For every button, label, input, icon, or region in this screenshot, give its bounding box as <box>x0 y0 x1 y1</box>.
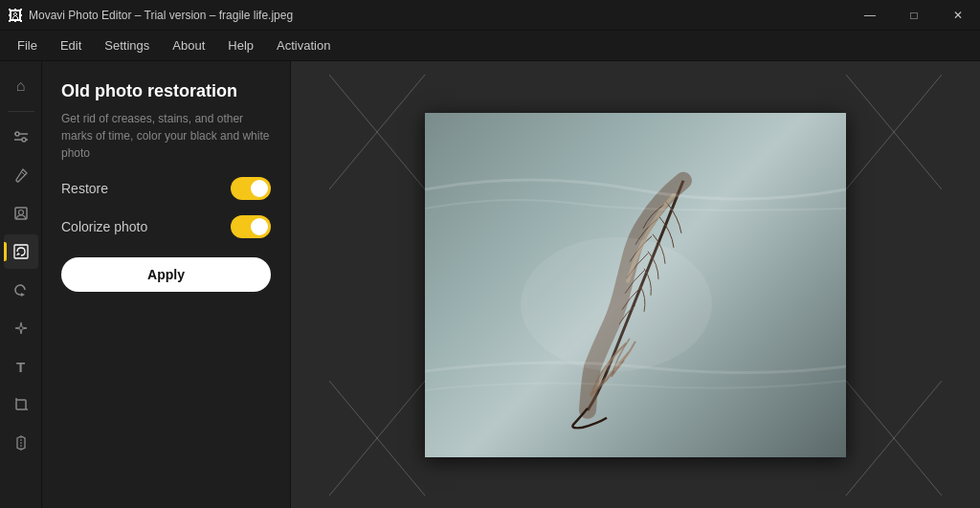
svg-point-3 <box>22 138 26 142</box>
svg-point-24 <box>521 237 712 371</box>
window-title: Movavi Photo Editor – Trial version – fr… <box>29 9 293 22</box>
sidebar-item-rotate[interactable] <box>4 273 38 307</box>
svg-rect-12 <box>16 400 26 409</box>
svg-line-22 <box>846 381 942 496</box>
restore-option: Restore <box>61 177 271 200</box>
sidebar-item-portrait[interactable] <box>4 196 38 231</box>
colorize-label: Colorize photo <box>61 219 147 234</box>
maximize-button[interactable]: □ <box>892 0 936 31</box>
apply-button[interactable]: Apply <box>61 257 271 292</box>
app-icon: 🖼 <box>8 8 23 23</box>
photo-background <box>425 113 846 457</box>
panel-description: Get rid of creases, stains, and other ma… <box>61 110 271 162</box>
svg-line-23 <box>846 381 942 496</box>
window-controls: — □ ✕ <box>848 0 980 31</box>
sidebar-item-brush[interactable] <box>4 158 38 192</box>
sidebar-item-home[interactable]: ⌂ <box>4 69 38 103</box>
title-bar: 🖼 Movavi Photo Editor – Trial version – … <box>0 0 980 31</box>
menu-file[interactable]: File <box>8 34 47 56</box>
sidebar-item-text[interactable]: T <box>4 349 38 384</box>
sidebar-item-sparkle[interactable] <box>4 311 38 345</box>
svg-line-21 <box>846 75 942 189</box>
canvas-area <box>291 61 980 508</box>
svg-marker-11 <box>21 293 25 297</box>
colorize-option: Colorize photo <box>61 215 271 238</box>
menu-edit[interactable]: Edit <box>51 34 91 56</box>
icon-sidebar: ⌂ <box>0 61 42 508</box>
photo-outer <box>329 75 942 496</box>
svg-line-18 <box>329 381 425 496</box>
restore-toggle[interactable] <box>231 177 271 200</box>
menu-about[interactable]: About <box>163 34 214 56</box>
panel-title: Old photo restoration <box>61 80 271 102</box>
menu-bar: File Edit Settings About Help Activation <box>0 31 980 61</box>
colorize-toggle[interactable] <box>231 215 271 238</box>
sidebar-item-crop[interactable] <box>4 387 38 422</box>
close-button[interactable]: ✕ <box>936 0 980 31</box>
svg-marker-10 <box>16 253 20 255</box>
panel: Old photo restoration Get rid of creases… <box>42 61 291 508</box>
svg-line-20 <box>846 75 942 189</box>
svg-point-8 <box>18 210 23 215</box>
photo-reflections <box>425 113 846 457</box>
svg-rect-9 <box>14 245 28 258</box>
sidebar-item-adjustments[interactable] <box>4 120 38 154</box>
menu-activation[interactable]: Activation <box>267 34 340 56</box>
minimize-button[interactable]: — <box>848 0 892 31</box>
menu-settings[interactable]: Settings <box>95 34 159 56</box>
svg-point-0 <box>15 132 19 136</box>
sidebar-item-restore[interactable] <box>4 234 38 269</box>
menu-help[interactable]: Help <box>218 34 263 56</box>
main-layout: ⌂ <box>0 61 980 508</box>
svg-line-6 <box>21 171 25 175</box>
svg-line-19 <box>329 381 425 496</box>
sidebar-item-transform[interactable] <box>4 426 38 460</box>
restore-label: Restore <box>61 181 108 196</box>
photo-image <box>425 113 846 457</box>
divider-1 <box>8 111 34 112</box>
svg-line-17 <box>329 75 425 189</box>
svg-line-16 <box>329 75 425 189</box>
